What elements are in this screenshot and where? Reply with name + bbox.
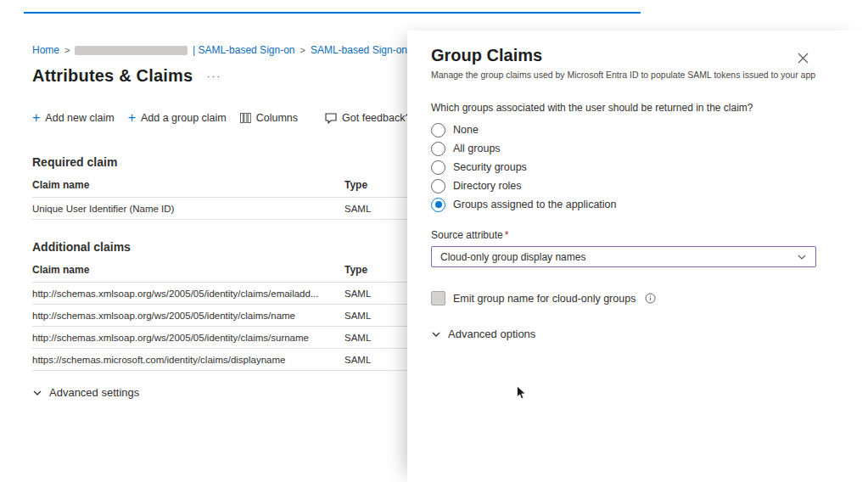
claim-name-cell: http://schemas.xmlsoap.org/ws/2005/05/id… — [32, 333, 344, 343]
attributes-claims-pane: Home > | SAML-based Sign-on > SAML-based… — [32, 44, 407, 399]
table-header-row: Claim name Type — [32, 257, 407, 283]
group-claims-question: Which groups associated with the user sh… — [431, 102, 868, 114]
advanced-settings-toggle[interactable]: Advanced settings — [32, 386, 407, 399]
info-icon[interactable] — [645, 293, 656, 304]
panel-description: Manage the group claims used by Microsof… — [431, 70, 868, 80]
radio-label: Directory roles — [453, 180, 522, 192]
checkbox-icon — [431, 291, 445, 305]
page-title: Attributes & Claims — [32, 66, 193, 86]
additional-claims-heading: Additional claims — [32, 240, 407, 254]
breadcrumb-home-link[interactable]: Home — [32, 44, 59, 56]
breadcrumb: Home > | SAML-based Sign-on > SAML-based… — [32, 44, 407, 56]
redacted-app-name — [75, 46, 188, 55]
plus-icon: + — [128, 111, 136, 125]
radio-option-all-groups[interactable]: All groups — [431, 139, 868, 158]
claim-name-cell: http://schemas.xmlsoap.org/ws/2005/05/id… — [32, 311, 344, 321]
radio-option-directory-roles[interactable]: Directory roles — [431, 177, 868, 195]
claim-type-cell: SAML — [344, 333, 407, 343]
table-row[interactable]: http://schemas.xmlsoap.org/ws/2005/05/id… — [32, 283, 407, 305]
add-group-claim-button[interactable]: + Add a group claim — [128, 111, 227, 125]
radio-label: All groups — [453, 143, 501, 154]
breadcrumb-app-saml-link[interactable]: | SAML-based Sign-on — [193, 44, 295, 56]
checkbox-label: Emit group name for cloud-only groups — [453, 293, 636, 305]
required-claim-heading: Required claim — [32, 155, 407, 169]
mouse-cursor — [516, 385, 528, 401]
top-accent-line — [24, 12, 641, 14]
columns-button[interactable]: Columns — [240, 112, 298, 124]
group-claims-panel: Group Claims Manage the group claims use… — [407, 31, 868, 482]
advanced-options-label: Advanced options — [448, 328, 535, 340]
table-row[interactable]: Unique User Identifier (Name ID) SAML — [32, 198, 407, 220]
claim-name-cell: Unique User Identifier (Name ID) — [32, 204, 344, 214]
radio-option-none[interactable]: None — [431, 120, 868, 139]
dropdown-selected-value: Cloud-only group display names — [440, 251, 585, 263]
claim-name-cell: http://schemas.xmlsoap.org/ws/2005/05/id… — [32, 289, 344, 299]
close-icon[interactable] — [798, 53, 809, 64]
claim-type-cell: SAML — [344, 289, 407, 299]
radio-icon — [431, 179, 445, 193]
toolbar: + Add new claim + Add a group claim Colu… — [32, 111, 407, 125]
breadcrumb-separator: > — [300, 45, 305, 55]
table-row[interactable]: http://schemas.xmlsoap.org/ws/2005/05/id… — [32, 305, 407, 327]
emit-group-name-checkbox-row[interactable]: Emit group name for cloud-only groups — [431, 291, 868, 305]
table-header-row: Claim name Type — [32, 172, 407, 198]
required-asterisk: * — [505, 229, 509, 241]
source-attribute-text: Source attribute — [431, 229, 503, 241]
required-claim-table: Claim name Type Unique User Identifier (… — [32, 172, 407, 220]
radio-icon — [431, 160, 445, 175]
advanced-settings-label: Advanced settings — [49, 386, 139, 399]
table-row[interactable]: https://schemas.microsoft.com/identity/c… — [32, 349, 407, 371]
plus-icon: + — [32, 111, 40, 125]
chevron-down-icon — [32, 388, 42, 398]
add-group-claim-label: Add a group claim — [141, 112, 227, 124]
radio-option-security-groups[interactable]: Security groups — [431, 158, 868, 177]
claim-name-cell: https://schemas.microsoft.com/identity/c… — [32, 355, 344, 365]
columns-icon — [240, 113, 251, 123]
breadcrumb-separator: > — [64, 45, 70, 55]
claim-name-column-header: Claim name — [32, 264, 344, 276]
radio-label: Groups assigned to the application — [453, 199, 617, 210]
got-feedback-label: Got feedback? — [342, 112, 411, 124]
add-new-claim-label: Add new claim — [45, 112, 114, 124]
source-attribute-label: Source attribute* — [431, 229, 868, 241]
additional-claims-table: Claim name Type http://schemas.xmlsoap.o… — [32, 257, 407, 371]
source-attribute-dropdown[interactable]: Cloud-only group display names — [431, 246, 816, 267]
got-feedback-button[interactable]: Got feedback? — [325, 112, 411, 124]
radio-label: Security groups — [453, 161, 527, 173]
more-options-button[interactable]: ··· — [206, 70, 221, 82]
claim-type-cell: SAML — [344, 311, 407, 321]
breadcrumb-current-page[interactable]: SAML-based Sign-on — [311, 44, 407, 56]
feedback-icon — [325, 113, 337, 124]
radio-icon — [431, 142, 445, 156]
claim-type-cell: SAML — [344, 355, 407, 365]
radio-icon — [431, 123, 445, 137]
group-options-radio-group: None All groups Security groups Director… — [431, 120, 868, 214]
columns-label: Columns — [256, 112, 298, 124]
radio-icon-selected — [431, 198, 445, 212]
claim-name-column-header: Claim name — [32, 179, 344, 191]
chevron-down-icon — [797, 252, 807, 262]
advanced-options-toggle[interactable]: Advanced options — [431, 328, 868, 340]
chevron-down-icon — [431, 329, 441, 339]
radio-option-groups-assigned[interactable]: Groups assigned to the application — [431, 195, 868, 214]
table-row[interactable]: http://schemas.xmlsoap.org/ws/2005/05/id… — [32, 327, 407, 349]
claim-type-cell: SAML — [344, 204, 407, 214]
add-new-claim-button[interactable]: + Add new claim — [32, 111, 115, 125]
type-column-header: Type — [344, 179, 407, 191]
radio-label: None — [453, 124, 479, 136]
type-column-header: Type — [344, 264, 407, 276]
